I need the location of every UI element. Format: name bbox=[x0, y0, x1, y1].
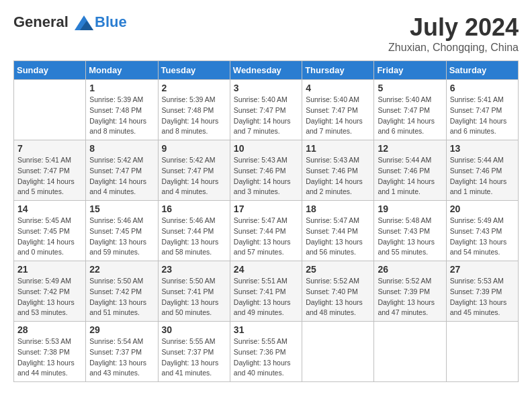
calendar-cell: 17 Sunrise: 5:47 AM Sunset: 7:44 PM Dayl… bbox=[230, 201, 302, 261]
sunrise: Sunrise: 5:51 AM bbox=[234, 276, 298, 287]
title-section: July 2024 Zhuxian, Chongqing, China bbox=[388, 13, 519, 54]
sunrise: Sunrise: 5:48 AM bbox=[378, 216, 442, 226]
sunrise: Sunrise: 5:40 AM bbox=[378, 95, 442, 105]
sunrise: Sunrise: 5:50 AM bbox=[89, 276, 154, 287]
daylight: Daylight: 14 hours and 6 minutes. bbox=[378, 116, 442, 138]
sunset: Sunset: 7:44 PM bbox=[162, 226, 226, 237]
day-number: 7 bbox=[17, 143, 82, 154]
day-info: Sunrise: 5:49 AM Sunset: 7:42 PM Dayligh… bbox=[17, 276, 82, 318]
day-number: 24 bbox=[234, 264, 298, 275]
day-number: 30 bbox=[162, 324, 226, 335]
calendar-cell: 27 Sunrise: 5:53 AM Sunset: 7:39 PM Dayl… bbox=[446, 261, 518, 322]
calendar-cell: 2 Sunrise: 5:39 AM Sunset: 7:48 PM Dayli… bbox=[158, 80, 230, 140]
sunrise: Sunrise: 5:44 AM bbox=[450, 155, 515, 166]
day-number: 8 bbox=[89, 143, 154, 154]
sunset: Sunset: 7:42 PM bbox=[17, 287, 82, 298]
sunset: Sunset: 7:38 PM bbox=[17, 347, 82, 358]
calendar-cell: 1 Sunrise: 5:39 AM Sunset: 7:48 PM Dayli… bbox=[86, 80, 158, 140]
day-info: Sunrise: 5:44 AM Sunset: 7:46 PM Dayligh… bbox=[450, 155, 515, 197]
day-info: Sunrise: 5:43 AM Sunset: 7:46 PM Dayligh… bbox=[234, 155, 298, 197]
day-info: Sunrise: 5:40 AM Sunset: 7:47 PM Dayligh… bbox=[306, 95, 370, 137]
day-number: 31 bbox=[234, 324, 298, 335]
calendar-cell: 29 Sunrise: 5:54 AM Sunset: 7:37 PM Dayl… bbox=[86, 322, 158, 382]
day-info: Sunrise: 5:40 AM Sunset: 7:47 PM Dayligh… bbox=[234, 95, 298, 137]
calendar-cell: 25 Sunrise: 5:52 AM Sunset: 7:40 PM Dayl… bbox=[302, 261, 374, 322]
day-info: Sunrise: 5:46 AM Sunset: 7:45 PM Dayligh… bbox=[89, 216, 154, 258]
day-info: Sunrise: 5:39 AM Sunset: 7:48 PM Dayligh… bbox=[162, 95, 226, 137]
daylight: Daylight: 14 hours and 4 minutes. bbox=[89, 177, 154, 198]
daylight: Daylight: 14 hours and 2 minutes. bbox=[306, 177, 370, 198]
sunrise: Sunrise: 5:53 AM bbox=[17, 336, 82, 347]
day-info: Sunrise: 5:52 AM Sunset: 7:40 PM Dayligh… bbox=[306, 276, 370, 318]
day-number: 2 bbox=[162, 83, 226, 93]
day-number: 12 bbox=[378, 143, 442, 154]
daylight: Daylight: 14 hours and 1 minute. bbox=[450, 177, 515, 198]
day-info: Sunrise: 5:41 AM Sunset: 7:47 PM Dayligh… bbox=[17, 155, 82, 197]
sunrise: Sunrise: 5:43 AM bbox=[306, 155, 370, 166]
day-info: Sunrise: 5:50 AM Sunset: 7:42 PM Dayligh… bbox=[89, 276, 154, 318]
calendar-cell: 7 Sunrise: 5:41 AM Sunset: 7:47 PM Dayli… bbox=[14, 140, 86, 201]
sunset: Sunset: 7:44 PM bbox=[306, 226, 370, 237]
sunset: Sunset: 7:46 PM bbox=[306, 166, 370, 177]
day-number: 28 bbox=[17, 324, 82, 335]
sunset: Sunset: 7:46 PM bbox=[234, 166, 298, 177]
calendar-cell: 30 Sunrise: 5:55 AM Sunset: 7:37 PM Dayl… bbox=[158, 322, 230, 382]
header-sunday: Sunday bbox=[14, 61, 86, 80]
daylight: Daylight: 13 hours and 45 minutes. bbox=[450, 298, 515, 319]
header-wednesday: Wednesday bbox=[230, 61, 302, 80]
weekday-header-row: Sunday Monday Tuesday Wednesday Thursday… bbox=[14, 61, 519, 80]
daylight: Daylight: 13 hours and 50 minutes. bbox=[162, 298, 226, 319]
sunrise: Sunrise: 5:42 AM bbox=[162, 155, 226, 166]
daylight: Daylight: 13 hours and 47 minutes. bbox=[378, 298, 442, 319]
calendar-cell: 3 Sunrise: 5:40 AM Sunset: 7:47 PM Dayli… bbox=[230, 80, 302, 140]
calendar-cell bbox=[446, 322, 518, 382]
calendar-table: Sunday Monday Tuesday Wednesday Thursday… bbox=[13, 60, 519, 382]
calendar-cell: 9 Sunrise: 5:42 AM Sunset: 7:47 PM Dayli… bbox=[158, 140, 230, 201]
sunset: Sunset: 7:37 PM bbox=[89, 347, 154, 358]
calendar-cell: 5 Sunrise: 5:40 AM Sunset: 7:47 PM Dayli… bbox=[374, 80, 446, 140]
sunset: Sunset: 7:45 PM bbox=[17, 226, 82, 237]
daylight: Daylight: 13 hours and 40 minutes. bbox=[234, 358, 298, 379]
sunrise: Sunrise: 5:40 AM bbox=[306, 95, 370, 105]
sunrise: Sunrise: 5:41 AM bbox=[17, 155, 82, 166]
month-year: July 2024 bbox=[388, 13, 519, 42]
day-number: 17 bbox=[234, 203, 298, 214]
daylight: Daylight: 14 hours and 8 minutes. bbox=[89, 116, 154, 138]
day-number: 5 bbox=[378, 83, 442, 93]
daylight: Daylight: 13 hours and 53 minutes. bbox=[17, 298, 82, 319]
calendar-cell: 14 Sunrise: 5:45 AM Sunset: 7:45 PM Dayl… bbox=[14, 201, 86, 261]
day-info: Sunrise: 5:49 AM Sunset: 7:43 PM Dayligh… bbox=[450, 216, 515, 258]
calendar-cell: 19 Sunrise: 5:48 AM Sunset: 7:43 PM Dayl… bbox=[374, 201, 446, 261]
calendar-cell: 11 Sunrise: 5:43 AM Sunset: 7:46 PM Dayl… bbox=[302, 140, 374, 201]
header-tuesday: Tuesday bbox=[158, 61, 230, 80]
sunrise: Sunrise: 5:47 AM bbox=[306, 216, 370, 226]
calendar-cell: 28 Sunrise: 5:53 AM Sunset: 7:38 PM Dayl… bbox=[14, 322, 86, 382]
daylight: Daylight: 14 hours and 3 minutes. bbox=[234, 177, 298, 198]
calendar-cell bbox=[14, 80, 86, 140]
day-number: 29 bbox=[89, 324, 154, 335]
logo-icon bbox=[75, 15, 93, 30]
sunset: Sunset: 7:47 PM bbox=[378, 105, 442, 116]
sunset: Sunset: 7:43 PM bbox=[378, 226, 442, 237]
day-number: 21 bbox=[17, 264, 82, 275]
location: Zhuxian, Chongqing, China bbox=[388, 42, 519, 54]
logo-general: General bbox=[13, 13, 69, 30]
day-number: 26 bbox=[378, 264, 442, 275]
calendar-cell: 15 Sunrise: 5:46 AM Sunset: 7:45 PM Dayl… bbox=[86, 201, 158, 261]
day-info: Sunrise: 5:41 AM Sunset: 7:47 PM Dayligh… bbox=[450, 95, 515, 137]
sunset: Sunset: 7:47 PM bbox=[162, 166, 226, 177]
calendar-cell: 21 Sunrise: 5:49 AM Sunset: 7:42 PM Dayl… bbox=[14, 261, 86, 322]
sunset: Sunset: 7:37 PM bbox=[162, 347, 226, 358]
day-info: Sunrise: 5:42 AM Sunset: 7:47 PM Dayligh… bbox=[162, 155, 226, 197]
sunrise: Sunrise: 5:40 AM bbox=[234, 95, 298, 105]
day-number: 14 bbox=[17, 203, 82, 214]
calendar-week-5: 28 Sunrise: 5:53 AM Sunset: 7:38 PM Dayl… bbox=[14, 322, 519, 382]
daylight: Daylight: 14 hours and 7 minutes. bbox=[234, 116, 298, 138]
day-number: 25 bbox=[306, 264, 370, 275]
calendar-cell bbox=[374, 322, 446, 382]
day-number: 11 bbox=[306, 143, 370, 154]
daylight: Daylight: 14 hours and 8 minutes. bbox=[162, 116, 226, 138]
sunset: Sunset: 7:39 PM bbox=[450, 287, 515, 298]
day-number: 27 bbox=[450, 264, 515, 275]
daylight: Daylight: 13 hours and 41 minutes. bbox=[162, 358, 226, 379]
